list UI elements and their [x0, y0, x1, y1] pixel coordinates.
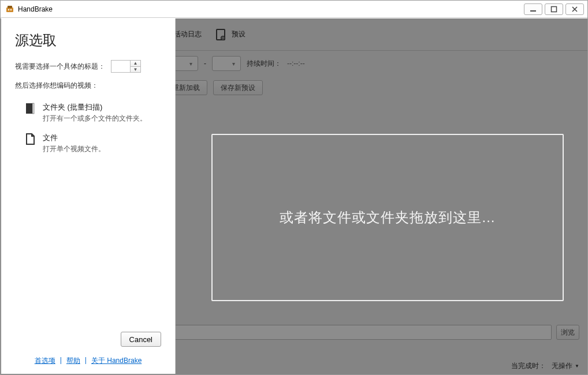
spinner-up-button[interactable]: ▲: [131, 61, 140, 67]
window-buttons: [522, 3, 584, 15]
then-choose-label: 然后选择你想编码的视频：: [15, 81, 161, 91]
folder-icon: [24, 102, 36, 116]
option-file-sub: 打开单个视频文件。: [43, 144, 105, 154]
svg-rect-20: [32, 103, 34, 114]
panel-footer-links: 首选项 | 帮助 | 关于 HandBrake: [35, 356, 142, 366]
svg-rect-19: [26, 103, 32, 114]
app-icon: [5, 5, 14, 14]
drop-target-text: 或者将文件或文件夹拖放到这里...: [280, 208, 495, 227]
titlebar: HandBrake: [1, 1, 587, 18]
panel-title: 源选取: [15, 31, 161, 50]
svg-rect-1: [8, 6, 12, 8]
cancel-button[interactable]: Cancel: [121, 332, 161, 347]
option-folder-title: 文件夹 (批量扫描): [43, 102, 147, 112]
specific-title-label: 视需要选择一个具体的标题：: [15, 62, 105, 72]
minimize-button[interactable]: [524, 3, 542, 15]
option-folder[interactable]: 文件夹 (批量扫描) 打开有一个或多个文件的文件夹。: [15, 99, 161, 129]
svg-point-2: [8, 9, 9, 10]
svg-rect-5: [552, 6, 557, 12]
svg-point-3: [10, 9, 12, 10]
source-selection-panel: 源选取 视需要选择一个具体的标题： ▲ ▼ 然后选择你想编码的视频： 文件夹 (…: [1, 18, 176, 374]
specific-title-spinner[interactable]: ▲ ▼: [111, 60, 141, 73]
link-help[interactable]: 帮助: [66, 356, 80, 366]
svg-rect-4: [530, 10, 536, 12]
option-folder-sub: 打开有一个或多个文件的文件夹。: [43, 114, 147, 123]
link-about[interactable]: 关于 HandBrake: [91, 356, 142, 366]
drop-target[interactable]: 或者将文件或文件夹拖放到这里...: [211, 134, 564, 301]
link-preferences[interactable]: 首选项: [35, 356, 55, 366]
specific-title-input[interactable]: [111, 61, 130, 72]
maximize-button[interactable]: [545, 3, 563, 15]
app-window: HandBrake 开始编码 队列 预览 活动日志: [0, 0, 588, 375]
file-icon: [24, 133, 36, 147]
close-button[interactable]: [565, 3, 584, 15]
window-title: HandBrake: [18, 5, 53, 13]
svg-rect-0: [6, 7, 13, 12]
option-file[interactable]: 文件 打开单个视频文件。: [15, 129, 161, 160]
specific-title-row: 视需要选择一个具体的标题： ▲ ▼: [15, 60, 161, 73]
spinner-down-button[interactable]: ▼: [131, 67, 140, 73]
option-file-title: 文件: [43, 133, 105, 143]
